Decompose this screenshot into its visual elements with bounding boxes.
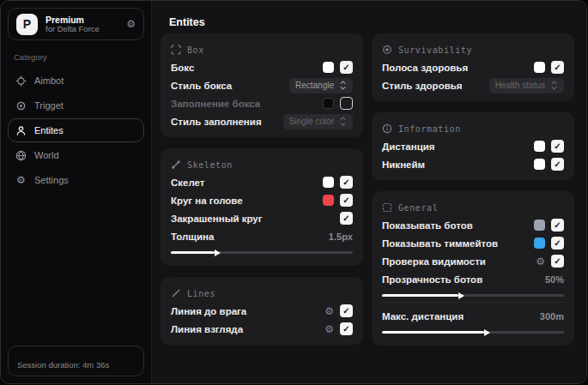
- sidebar-item-aimbot[interactable]: Aimbot: [8, 69, 144, 93]
- checkbox-checked[interactable]: ✓: [551, 140, 564, 153]
- sidebar: P Premium for Delta Force ⚙ Category Aim…: [1, 1, 152, 383]
- color-swatch[interactable]: [323, 98, 334, 109]
- row-settings-icon[interactable]: ⚙: [324, 306, 334, 316]
- sidebar-item-label: Trigget: [34, 100, 64, 111]
- card-lines: Lines Линия до врага ⚙ ✓ Линия взгляда ⚙…: [161, 277, 363, 345]
- checkbox-unchecked[interactable]: [340, 97, 353, 110]
- box-style-select[interactable]: Rectangle: [289, 78, 353, 93]
- brand-card: P Premium for Delta Force ⚙: [8, 8, 144, 40]
- setting-row-health-bar: Полоса здоровья ✓: [382, 58, 564, 76]
- health-target-icon: [382, 45, 392, 55]
- trigger-crosshair-icon: [15, 100, 27, 111]
- setting-row-box-fill: Заполнение бокса: [171, 94, 353, 112]
- unfold-icon: [550, 81, 558, 90]
- brand-logo: P: [16, 14, 38, 35]
- card-skeleton: Skeleton Скелет ✓ Круг на голове ✓: [161, 148, 363, 266]
- slider-thumb[interactable]: [215, 250, 221, 256]
- checkbox-checked[interactable]: ✓: [340, 61, 353, 74]
- setting-row-max-distance: Макс. дистанция 300m: [382, 302, 564, 334]
- row-settings-icon[interactable]: ⚙: [324, 324, 334, 334]
- crosshair-icon: [15, 75, 27, 87]
- setting-row-skeleton: Скелет ✓: [171, 173, 353, 191]
- color-swatch[interactable]: [323, 177, 334, 188]
- page-title: Entites: [169, 16, 205, 28]
- card-information: Information Дистанция ✓ Никнейм ✓: [372, 112, 574, 180]
- fill-style-select[interactable]: Single color: [283, 114, 353, 129]
- card-title: Skeleton: [187, 160, 233, 170]
- card-title: Survivability: [398, 45, 472, 55]
- checkbox-checked[interactable]: ✓: [340, 322, 353, 335]
- thickness-slider[interactable]: [171, 251, 353, 254]
- sidebar-item-label: World: [34, 150, 59, 160]
- app-window: P Premium for Delta Force ⚙ Category Aim…: [0, 0, 587, 384]
- setting-row-show-teammates: Показывать тиммейтов ✓: [382, 234, 564, 252]
- card-survivability: Survivability Полоса здоровья ✓ Стиль зд…: [372, 33, 574, 101]
- setting-row-bots-opacity: Прозрачность ботов 50%: [382, 270, 564, 297]
- sidebar-item-label: Entites: [34, 125, 64, 135]
- slider-thumb[interactable]: [458, 292, 464, 299]
- checkbox-checked[interactable]: ✓: [551, 61, 564, 74]
- main-panel: Entites Box Бокс ✓: [152, 1, 586, 383]
- card-title: Information: [398, 124, 461, 134]
- setting-row-health-style: Стиль здоровья Health status: [382, 76, 564, 94]
- setting-row-filled-circle: Закрашенный круг ✓: [171, 209, 353, 227]
- person-icon: [15, 125, 27, 136]
- sidebar-item-entites[interactable]: Entites: [8, 118, 144, 142]
- brand-subtitle: for Delta Force: [45, 25, 118, 34]
- color-swatch[interactable]: [323, 195, 334, 206]
- category-label: Category: [14, 52, 144, 62]
- slider-thumb[interactable]: [484, 329, 490, 336]
- color-swatch[interactable]: [534, 141, 545, 152]
- color-swatch[interactable]: [534, 62, 545, 73]
- sidebar-item-trigget[interactable]: Trigget: [8, 93, 144, 117]
- setting-row-thickness: Толщина 1.5px: [171, 227, 353, 254]
- slider-value: 1.5px: [329, 232, 353, 242]
- checkbox-checked[interactable]: ✓: [340, 212, 353, 225]
- unfold-icon: [339, 81, 347, 90]
- checkbox-checked[interactable]: ✓: [340, 304, 353, 317]
- checkbox-checked[interactable]: ✓: [551, 219, 564, 232]
- max-distance-slider[interactable]: [382, 331, 564, 334]
- checkbox-checked[interactable]: ✓: [340, 194, 353, 207]
- setting-row-nickname: Никнейм ✓: [382, 155, 564, 173]
- setting-row-head-circle: Круг на голове ✓: [171, 191, 353, 209]
- setting-row-view-line: Линия взгляда ⚙ ✓: [171, 320, 353, 338]
- box-corners-icon: [171, 45, 181, 55]
- setting-row-visibility-check: Проверка видимости ⚙ ✓: [382, 252, 564, 270]
- checkbox-checked[interactable]: ✓: [551, 255, 564, 268]
- card-box: Box Бокс ✓ Стиль бокса Rectangle: [161, 33, 363, 137]
- sidebar-item-settings[interactable]: ⚙ Settings: [8, 168, 144, 192]
- bots-opacity-slider[interactable]: [382, 294, 564, 297]
- row-settings-icon[interactable]: ⚙: [536, 256, 545, 267]
- health-style-select[interactable]: Health status: [489, 78, 564, 93]
- checkbox-checked[interactable]: ✓: [551, 158, 564, 171]
- card-general: General Показывать ботов ✓ Показывать ти…: [372, 191, 574, 346]
- line-icon: [171, 288, 181, 298]
- color-swatch[interactable]: [534, 220, 545, 231]
- checkbox-checked[interactable]: ✓: [551, 237, 564, 250]
- globe-icon: [15, 150, 27, 161]
- sidebar-item-label: Aimbot: [34, 75, 64, 86]
- card-title: Lines: [187, 289, 215, 298]
- setting-row-box: Бокс ✓: [171, 58, 353, 76]
- card-title: General: [398, 203, 438, 213]
- brand-settings-icon[interactable]: ⚙: [126, 18, 136, 30]
- grid-icon: [382, 202, 392, 213]
- slider-value: 300m: [540, 311, 564, 322]
- setting-row-enemy-line: Линия до врага ⚙ ✓: [171, 302, 353, 320]
- session-duration: Session duration: 4m 36s: [8, 346, 144, 376]
- info-icon: [382, 123, 392, 134]
- unfold-icon: [339, 117, 347, 126]
- checkbox-checked[interactable]: ✓: [340, 176, 353, 189]
- setting-row-fill-style: Стиль заполнения Single color: [171, 112, 353, 130]
- sidebar-item-world[interactable]: World: [8, 143, 144, 167]
- color-swatch[interactable]: [534, 159, 545, 170]
- setting-row-distance: Дистанция ✓: [382, 137, 564, 155]
- setting-row-box-style: Стиль бокса Rectangle: [171, 76, 353, 94]
- bone-icon: [171, 159, 181, 170]
- color-swatch[interactable]: [323, 62, 334, 73]
- color-swatch[interactable]: [534, 238, 545, 249]
- gear-icon: ⚙: [15, 175, 27, 186]
- setting-row-show-bots: Показывать ботов ✓: [382, 216, 564, 234]
- sidebar-item-label: Settings: [34, 175, 69, 185]
